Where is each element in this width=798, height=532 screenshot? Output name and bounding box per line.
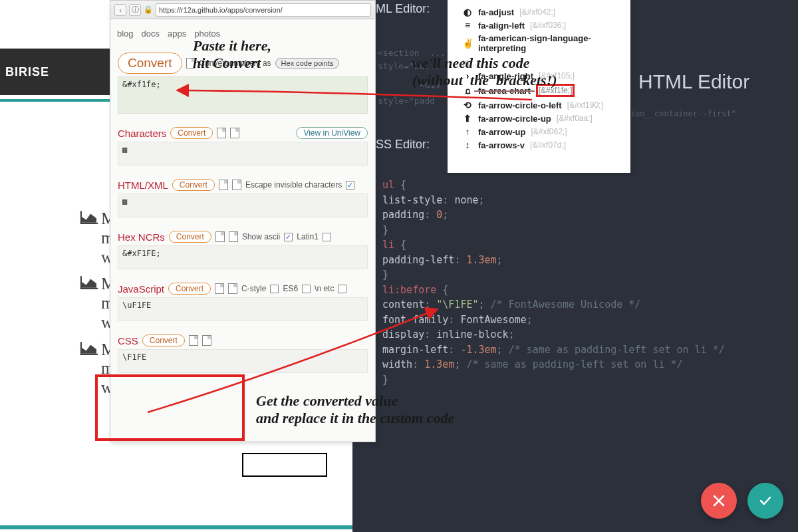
fa-code-label: [&#xf07d;] [530, 140, 566, 150]
fa-name-label: fa-adjust [478, 7, 514, 17]
css-editor-code[interactable]: ul { list-style: none; padding: 0;}li { … [382, 178, 725, 387]
file-icon[interactable] [229, 231, 238, 242]
birise-logo: BIRISE [0, 49, 110, 95]
fa-list-item[interactable]: ⟲fa-arrow-circle-o-left[&#xf190;] [462, 100, 625, 110]
fa-name-label: fa-american-sign-language-interpreting [478, 33, 611, 53]
copy-icon[interactable] [215, 283, 224, 294]
nav-photos[interactable]: photos [194, 29, 220, 39]
hexncr-section: Hex NCRs Convert Show ascii Latin1 &#xF1… [114, 227, 371, 273]
javascript-output[interactable]: \uF1FE [118, 297, 368, 321]
svg-rect-2 [80, 211, 82, 224]
bg-code-line: style="bu... [378, 61, 440, 71]
nav-docs[interactable]: docs [142, 29, 160, 39]
fa-list-item[interactable]: ↕fa-arrows-v[&#xf07d;] [462, 140, 625, 150]
svg-rect-8 [80, 342, 82, 355]
hex-code-points-button[interactable]: Hex code points [275, 58, 340, 68]
convert-button-main[interactable]: Convert [118, 53, 182, 74]
fa-code-label: [&#xf042;] [519, 7, 555, 17]
es6-checkbox[interactable] [302, 285, 311, 293]
file-icon[interactable] [230, 128, 239, 138]
fa-glyph-icon: ✌ [462, 38, 473, 49]
characters-output[interactable]: ▦ [118, 142, 368, 166]
svg-rect-1 [80, 223, 98, 224]
css-convert-button[interactable]: Convert [142, 334, 185, 346]
copy-icon[interactable] [215, 231, 225, 242]
escape-invisible-label: Escape invisible characters [245, 180, 342, 190]
info-button[interactable]: ⓘ [129, 4, 141, 16]
convert-numbers-as-label: Convert numbers as [200, 59, 271, 68]
confirm-button[interactable] [747, 483, 783, 519]
fontawesome-icon-panel: ◐fa-adjust[&#xf042;]≡fa-align-left[&#xf0… [448, 0, 630, 173]
area-chart-icon [80, 275, 98, 289]
css-output[interactable]: \F1FE [118, 349, 368, 373]
htmlxml-convert-button[interactable]: Convert [172, 179, 215, 191]
check-icon [757, 493, 773, 509]
hexncr-title: Hex NCRs [118, 231, 165, 243]
es6-label: ES6 [283, 284, 298, 293]
copy-icon[interactable] [219, 180, 228, 190]
cstyle-checkbox[interactable] [270, 285, 279, 293]
fa-glyph-icon: ◐ [462, 7, 473, 17]
file-icon[interactable] [232, 180, 241, 190]
show-ascii-checkbox[interactable] [284, 233, 293, 241]
file-icon[interactable] [228, 283, 237, 294]
fa-glyph-icon: › [462, 70, 473, 81]
area-chart-icon [80, 340, 98, 355]
nav-row: blog docs apps photos [110, 27, 375, 43]
htmlxml-section: HTML/XML Convert Escape invisible charac… [114, 176, 371, 221]
main-input-box[interactable]: &#xf1fe; [118, 76, 368, 114]
close-icon [712, 493, 726, 508]
javascript-title: JavaScript [118, 283, 164, 295]
fa-name-label: fa-angle-right [478, 71, 533, 81]
url-field[interactable]: https://r12a.github.io/apps/conversion/ [156, 3, 371, 17]
fa-glyph-icon: ⟲ [462, 100, 473, 110]
html-editor-heading: HTML Editor [638, 70, 749, 93]
fa-glyph-icon: ⬆ [462, 113, 473, 124]
fa-list-item[interactable]: ✌fa-american-sign-language-interpreting[… [462, 33, 625, 68]
htmlxml-title: HTML/XML [118, 180, 168, 191]
cstyle-label: C-style [241, 284, 266, 293]
latin1-checkbox[interactable] [323, 233, 331, 241]
copy-icon[interactable] [189, 335, 198, 346]
css-title: CSS [118, 335, 138, 346]
characters-convert-button[interactable]: Convert [170, 127, 213, 139]
fa-list-item[interactable]: ⬆fa-arrow-circle-up[&#xf0aa;] [462, 113, 625, 124]
fa-glyph-icon: ↕ [462, 140, 473, 150]
hexncr-output[interactable]: &#xF1FE; [118, 245, 368, 269]
svg-rect-5 [80, 276, 82, 289]
fa-glyph-icon: ↑ [462, 126, 473, 137]
fa-name-label: fa-arrow-circle-up [478, 114, 551, 124]
fa-list-item[interactable]: ◐fa-adjust[&#xf042;] [462, 7, 625, 17]
fa-list-item[interactable]: ›fa-angle-right[&#xf105;] [462, 70, 625, 81]
fa-list-item[interactable]: ↑fa-arrow-up[&#xf062;] [462, 126, 625, 137]
htmlxml-output[interactable]: ▦ [118, 194, 368, 217]
bg-code-line: style="padd [378, 96, 435, 106]
browser-window: ‹ ⓘ 🔒 https://r12a.github.io/apps/conver… [110, 0, 376, 442]
escape-invisible-checkbox[interactable] [346, 181, 354, 190]
nav-blog[interactable]: blog [117, 29, 134, 39]
css-editor-label: SS Editor: [376, 138, 436, 152]
view-in-uniview-button[interactable]: View in UniView [296, 127, 368, 139]
fa-name-label: fa-arrow-circle-o-left [478, 100, 562, 110]
copy-icon[interactable] [217, 128, 226, 138]
latin1-label: Latin1 [297, 232, 319, 241]
javascript-convert-button[interactable]: Convert [168, 283, 211, 295]
etc-checkbox[interactable] [338, 285, 346, 293]
fa-glyph-icon: ⩍ [462, 85, 473, 96]
fa-list-item[interactable]: ⩍fa-area-chart[&#xf1fe;] [462, 84, 625, 97]
css-section: CSS Convert \F1FE [114, 331, 371, 376]
back-button[interactable]: ‹ [114, 4, 126, 16]
fa-list-item[interactable]: ≡fa-align-left[&#xf036;] [462, 20, 625, 31]
top-nav-red [110, 19, 375, 27]
html-editor-label: ML Editor: [376, 2, 446, 16]
characters-section: Characters Convert View in UniView ▦ [114, 124, 371, 169]
file-icon[interactable] [202, 335, 211, 346]
javascript-section: JavaScript Convert C-style ES6 \n etc \u… [114, 279, 371, 325]
cancel-button[interactable] [701, 483, 737, 519]
svg-rect-4 [80, 288, 98, 289]
hexncr-convert-button[interactable]: Convert [169, 231, 211, 243]
teal-divider [0, 99, 110, 102]
nav-apps[interactable]: apps [168, 29, 186, 39]
fa-code-label: [&#xf036;] [530, 21, 566, 30]
copy-icon[interactable] [186, 58, 196, 68]
